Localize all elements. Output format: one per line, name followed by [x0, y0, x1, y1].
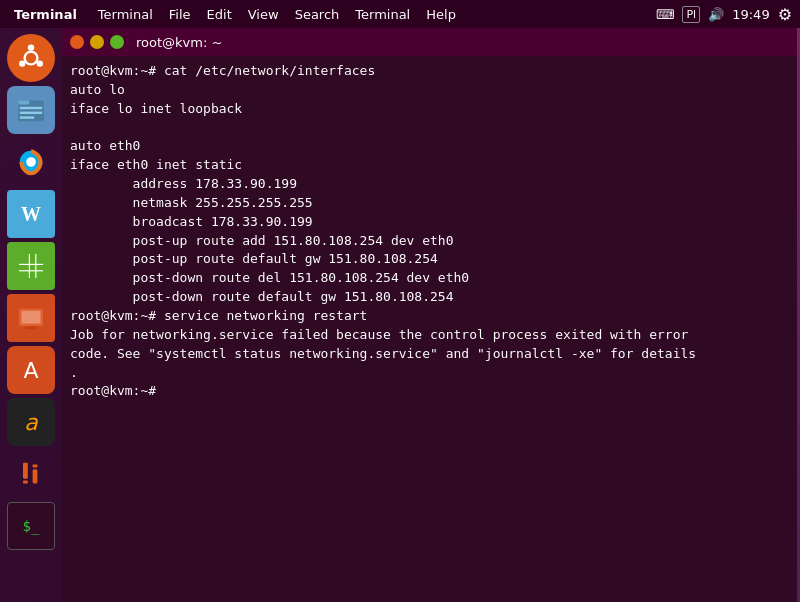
- sidebar-item-system-settings[interactable]: [7, 450, 55, 498]
- svg-point-11: [26, 157, 36, 167]
- window-maximize-button[interactable]: [110, 35, 124, 49]
- sidebar-item-writer[interactable]: W: [7, 190, 55, 238]
- terminal-window: root@kvm: ~ root@kvm:~# cat /etc/network…: [62, 28, 797, 602]
- impress-icon: [15, 302, 47, 334]
- svg-rect-7: [20, 107, 42, 109]
- terminal-line-8: broadcast 178.33.90.199: [70, 214, 313, 229]
- terminal-line-17: root@kvm:~#: [70, 383, 164, 398]
- clock: 19:49: [732, 7, 769, 22]
- terminal-line-5: iface eth0 inet static: [70, 157, 242, 172]
- calc-icon: [15, 250, 47, 282]
- sidebar-item-firefox[interactable]: [7, 138, 55, 186]
- terminal-line-11: post-down route del 151.80.108.254 dev e…: [70, 270, 469, 285]
- sidebar-item-terminal[interactable]: $_: [7, 502, 55, 550]
- software-center-icon: A: [23, 358, 38, 383]
- settings-gear-icon[interactable]: ⚙: [778, 5, 792, 24]
- svg-point-4: [19, 60, 25, 66]
- terminal-titlebar: root@kvm: ~: [62, 28, 797, 56]
- svg-rect-6: [18, 100, 29, 104]
- svg-rect-24: [33, 464, 38, 467]
- sidebar-item-amazon[interactable]: a: [7, 398, 55, 446]
- writer-icon: W: [21, 203, 41, 226]
- terminal-line-7: netmask 255.255.255.255: [70, 195, 313, 210]
- svg-rect-9: [20, 116, 34, 118]
- menu-help[interactable]: Help: [419, 5, 463, 24]
- menu-items-group: Terminal File Edit View Search Terminal …: [91, 5, 463, 24]
- menu-terminal2[interactable]: Terminal: [348, 5, 417, 24]
- terminal-title: root@kvm: ~: [136, 35, 222, 50]
- svg-rect-20: [23, 464, 28, 478]
- app-title: Terminal: [8, 7, 83, 22]
- menu-edit[interactable]: Edit: [200, 5, 239, 24]
- window-minimize-button[interactable]: [90, 35, 104, 49]
- terminal-line-0: root@kvm:~# cat /etc/network/interfaces: [70, 63, 375, 78]
- sidebar-item-impress[interactable]: [7, 294, 55, 342]
- svg-rect-23: [33, 469, 38, 483]
- sidebar-item-calc[interactable]: [7, 242, 55, 290]
- svg-point-3: [37, 60, 43, 66]
- system-settings-icon: [15, 458, 47, 490]
- window-close-button[interactable]: [70, 35, 84, 49]
- svg-rect-8: [20, 112, 42, 114]
- volume-icon[interactable]: 🔊: [708, 7, 724, 22]
- top-menu-bar: Terminal Terminal File Edit View Search …: [0, 0, 800, 28]
- keyboard-icon: ⌨: [656, 7, 675, 22]
- terminal-line-15: code. See "systemctl status networking.s…: [70, 346, 696, 361]
- terminal-line-10: post-up route default gw 151.80.108.254: [70, 251, 438, 266]
- terminal-line-9: post-up route add 151.80.108.254 dev eth…: [70, 233, 454, 248]
- svg-rect-19: [25, 327, 36, 329]
- sidebar-item-software-center[interactable]: A: [7, 346, 55, 394]
- menu-view[interactable]: View: [241, 5, 286, 24]
- terminal-line-1: auto lo: [70, 82, 125, 97]
- svg-rect-22: [23, 463, 28, 466]
- svg-rect-21: [23, 480, 28, 483]
- svg-point-2: [28, 44, 34, 50]
- firefox-icon: [15, 146, 47, 178]
- menu-file[interactable]: File: [162, 5, 198, 24]
- svg-rect-12: [19, 254, 43, 278]
- sidebar-item-ubuntu[interactable]: [7, 34, 55, 82]
- sidebar-item-files[interactable]: [7, 86, 55, 134]
- terminal-icon-symbol: $_: [23, 518, 40, 534]
- menu-search[interactable]: Search: [288, 5, 347, 24]
- menu-left: Terminal Terminal File Edit View Search …: [8, 5, 463, 24]
- terminal-line-14: Job for networking.service failed becaus…: [70, 327, 688, 342]
- terminal-line-4: auto eth0: [70, 138, 140, 153]
- terminal-line-6: address 178.33.90.199: [70, 176, 297, 191]
- terminal-output[interactable]: root@kvm:~# cat /etc/network/interfaces …: [62, 56, 797, 602]
- file-manager-icon: [15, 94, 47, 126]
- ubuntu-logo-icon: [15, 42, 47, 74]
- menu-terminal[interactable]: Terminal: [91, 5, 160, 24]
- terminal-line-12: post-down route default gw 151.80.108.25…: [70, 289, 454, 304]
- terminal-line-16: .: [70, 365, 78, 380]
- amazon-icon: a: [24, 410, 37, 435]
- top-bar-right: ⌨ Pl 🔊 19:49 ⚙: [656, 5, 792, 24]
- svg-rect-18: [21, 311, 40, 324]
- terminal-line-13: root@kvm:~# service networking restart: [70, 308, 367, 323]
- sidebar-launcher: W A a $: [0, 28, 62, 602]
- pl-badge: Pl: [682, 6, 700, 23]
- terminal-line-2: iface lo inet loopback: [70, 101, 242, 116]
